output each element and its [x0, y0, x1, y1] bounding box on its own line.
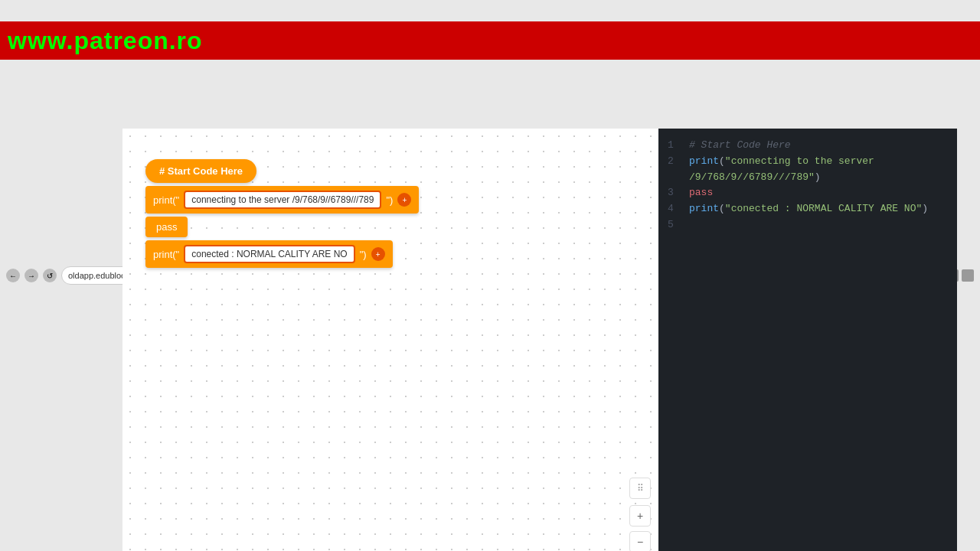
print1-block-row: print(" connecting to the server /9/768/…	[145, 186, 419, 214]
canvas-grip: ⠿	[629, 478, 651, 499]
print1-close: ")	[386, 194, 393, 206]
code-panel: 1 # Start Code Here 2 print("connecting …	[658, 129, 957, 551]
code-text-2: print("connecting to the server /9/768/9…	[689, 154, 948, 186]
browser-refresh-btn[interactable]: ↺	[43, 269, 57, 282]
code-line-5: 5	[668, 217, 948, 233]
main-content: ⊕ Imports ● Variables ⊙ Statements ◎ Log…	[0, 129, 980, 551]
code-line-1: 1 # Start Code Here	[668, 138, 948, 154]
code-text-1: # Start Code Here	[689, 138, 791, 154]
banner-text: www.patreon.ro	[8, 27, 203, 55]
pass-label: pass	[156, 221, 177, 233]
print1-label: print("	[153, 194, 179, 206]
print1-close-btn[interactable]: +	[397, 193, 411, 207]
print2-block-row: print(" conected : NORMAL CALITY ARE NO …	[145, 240, 419, 268]
print2-close: ")	[360, 249, 367, 260]
start-block-label: # Start Code Here	[159, 165, 243, 177]
print2-label: print("	[153, 249, 179, 260]
line-num-3: 3	[668, 185, 680, 201]
canvas-zoom-out-btn[interactable]: −	[629, 531, 651, 551]
block-canvas[interactable]: # Start Code Here print(" connecting to …	[122, 129, 658, 551]
code-text-3: pass	[689, 185, 713, 201]
line-num-5: 5	[668, 217, 680, 233]
top-banner: www.patreon.ro	[0, 21, 980, 60]
print2-block[interactable]: print(" conected : NORMAL CALITY ARE NO …	[145, 240, 393, 268]
line-num-4: 4	[668, 201, 680, 217]
print2-close-btn[interactable]: +	[371, 247, 385, 261]
code-line-4: 4 print("conected : NORMAL CALITY ARE NO…	[668, 201, 948, 217]
code-line-2: 2 print("connecting to the server /9/768…	[668, 154, 948, 186]
line-num-1: 1	[668, 138, 680, 154]
code-text-4: print("conected : NORMAL CALITY ARE NO")	[689, 201, 928, 217]
pass-block[interactable]: pass	[145, 217, 188, 237]
browser-forward-btn[interactable]: →	[24, 269, 38, 282]
browser-icon-6[interactable]	[962, 269, 974, 282]
start-block[interactable]: # Start Code Here	[145, 159, 256, 183]
print1-input[interactable]: connecting to the server /9/768/9//6789/…	[184, 191, 381, 209]
print2-input[interactable]: conected : NORMAL CALITY ARE NO	[184, 245, 354, 263]
browser-back-btn[interactable]: ←	[6, 269, 20, 282]
block-container: # Start Code Here print(" connecting to …	[145, 159, 419, 268]
print1-block[interactable]: print(" connecting to the server /9/768/…	[145, 186, 419, 214]
line-num-2: 2	[668, 154, 680, 186]
canvas-zoom-in-btn[interactable]: +	[629, 505, 651, 527]
code-line-3: 3 pass	[668, 185, 948, 201]
